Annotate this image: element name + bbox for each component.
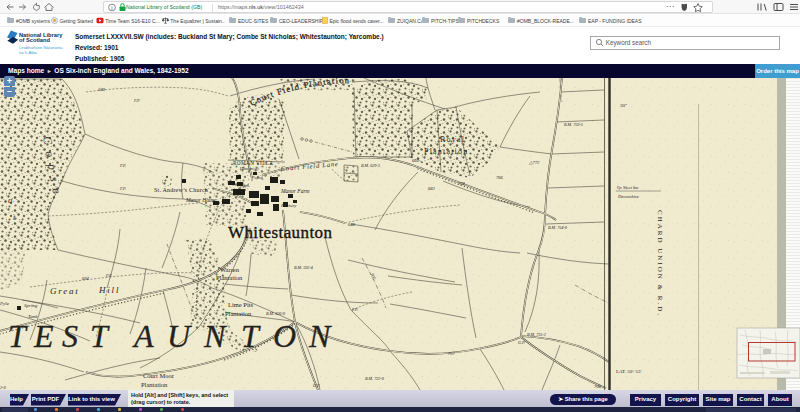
svg-text:648: 648 (348, 222, 356, 227)
svg-text:737: 737 (448, 351, 456, 356)
svg-text:T: T (90, 318, 110, 354)
svg-text:Spring: Spring (24, 303, 38, 308)
svg-text:706: 706 (594, 384, 602, 389)
svg-text:B.M. 735-2: B.M. 735-2 (527, 332, 546, 337)
svg-text:U: U (167, 318, 192, 354)
svg-text:Great: Great (50, 286, 80, 296)
svg-text:O: O (273, 318, 296, 354)
svg-text:Court Moor: Court Moor (143, 372, 175, 379)
svg-text:30′′: 30′′ (620, 103, 627, 108)
svg-text:Pound: Pound (251, 175, 263, 180)
svg-text:Pyle: Pyle (0, 301, 10, 306)
svg-text:F.P.: F.P. (119, 186, 126, 191)
svg-text:G.P.: G.P. (518, 340, 525, 345)
svg-text:Manor House: Manor House (185, 197, 217, 203)
svg-text:A: A (132, 318, 154, 354)
svg-text:F.P.: F.P. (239, 184, 246, 189)
svg-text:Plantation: Plantation (141, 381, 168, 388)
svg-text:St. Andrew’s Church: St. Andrew’s Church (154, 187, 208, 193)
svg-text:N: N (308, 318, 332, 354)
svg-text:F.P.: F.P. (351, 307, 358, 312)
svg-text:Plantation: Plantation (424, 147, 468, 156)
svg-text:Plantation: Plantation (216, 274, 243, 281)
svg-text:G.P.: G.P. (313, 383, 320, 388)
svg-text:T: T (8, 318, 28, 354)
svg-text:Rectory: Rectory (280, 203, 297, 208)
svg-text:△772: △772 (528, 160, 540, 165)
svg-text:B.M. 722-0: B.M. 722-0 (365, 376, 385, 381)
svg-text:Devonshire: Devonshire (617, 194, 639, 199)
svg-text:i: i (111, 4, 113, 11)
svg-text:LAT. 50° 53′: LAT. 50° 53′ (616, 369, 642, 374)
svg-text:B.M. 629-3: B.M. 629-3 (361, 163, 380, 168)
svg-text:660: 660 (412, 158, 420, 163)
svg-text:B.M. 754-0: B.M. 754-0 (548, 225, 568, 230)
svg-text:E: E (33, 318, 54, 354)
svg-text:Lime Pits: Lime Pits (228, 301, 254, 308)
svg-text:694: 694 (82, 276, 90, 281)
svg-text:B.M. 592-4: B.M. 592-4 (294, 265, 313, 270)
svg-text:T: T (241, 318, 261, 354)
svg-text:Royal: Royal (440, 135, 465, 144)
svg-text:(Remains of): (Remains of) (240, 167, 259, 171)
svg-text:a: a (8, 195, 13, 205)
svg-text:Hill: Hill (98, 285, 120, 295)
svg-text:F.P.: F.P. (105, 273, 112, 278)
svg-text:500: 500 (98, 87, 106, 92)
svg-text:Plantation: Plantation (225, 310, 252, 317)
svg-text:S: S (62, 318, 78, 354)
svg-text:Warren: Warren (220, 266, 240, 273)
svg-text:F.P.: F.P. (119, 163, 126, 168)
svg-text:730: 730 (458, 181, 466, 186)
svg-text:Qr. Sheet line: Qr. Sheet line (617, 185, 639, 190)
svg-text:Whitestaunton: Whitestaunton (228, 223, 332, 242)
svg-text:B.M. 759-5: B.M. 759-5 (564, 122, 583, 127)
svg-text:ROMAN VILLA: ROMAN VILLA (233, 160, 273, 166)
svg-text:CHARD UNION & R.D.: CHARD UNION & R.D. (656, 210, 664, 317)
svg-text:F.P.: F.P. (133, 98, 140, 103)
svg-text:766: 766 (496, 175, 504, 180)
svg-text:B.M. 626-0: B.M. 626-0 (266, 311, 286, 316)
svg-text:N: N (203, 318, 227, 354)
svg-text:683: 683 (428, 186, 436, 191)
svg-text:Manor Farm: Manor Farm (280, 188, 310, 194)
